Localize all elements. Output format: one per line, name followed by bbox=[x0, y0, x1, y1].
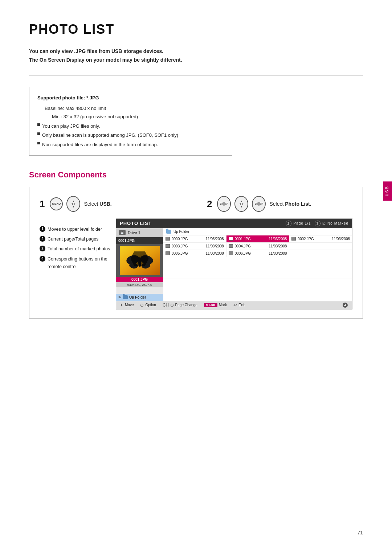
enter-button-2-icon: ENTER bbox=[252, 196, 266, 212]
file-cell-0000[interactable]: 0000.JPG 11/03/2008 bbox=[163, 235, 226, 242]
up-folder-row-label: Up Folder bbox=[173, 230, 189, 234]
file-cell-0005[interactable]: 0005.JPG 11/03/2008 bbox=[163, 250, 226, 257]
status-page-change: CH ⊙ Page Change bbox=[163, 303, 197, 308]
annotation-num-2: 2 bbox=[40, 236, 45, 242]
step-1-label: Select USB. bbox=[84, 201, 111, 207]
step-2-label: Select Photo List. bbox=[269, 201, 311, 207]
file-thumb-0005 bbox=[166, 251, 170, 255]
photo-sidebar: 💾 Drive 1 0001.JPG bbox=[116, 228, 163, 301]
file-row-1: 0000.JPG 11/03/2008 0001.JPG 11/03/2008 … bbox=[163, 235, 352, 243]
file-thumb-0000 bbox=[166, 237, 170, 241]
annotation-num-3: 3 bbox=[40, 246, 45, 251]
file-thumb-0001 bbox=[229, 237, 233, 241]
file-name-0002: 0002.JPG bbox=[298, 237, 314, 241]
file-cell-0003[interactable]: 0003.JPG 11/03/2008 bbox=[163, 243, 226, 250]
status-page-change-label: Page Change bbox=[175, 303, 197, 307]
folder-icon bbox=[123, 295, 128, 299]
photo-list-header: PHOTO LIST 2 Page 1/1 3 ☑ No Marked bbox=[116, 219, 352, 228]
photo-list-body: 💾 Drive 1 0001.JPG bbox=[116, 228, 352, 301]
file-cell-0001[interactable]: 0001.JPG 11/03/2008 bbox=[226, 235, 290, 242]
page-number-circled: 2 Page 1/1 bbox=[286, 221, 311, 226]
nav-wheel-icon: ▲ ◀ ▶ ▼ bbox=[66, 196, 80, 212]
page-number: 71 bbox=[357, 530, 363, 535]
file-cell-0006[interactable]: 0006.JPG 11/03/2008 bbox=[226, 250, 290, 257]
annotation-2: 2 Current page/Total pages bbox=[40, 235, 116, 243]
sidebar-up-folder[interactable]: ① Up Folder bbox=[116, 294, 163, 301]
info-box: Supported photo file: *.JPG Baseline: Ma… bbox=[29, 87, 232, 156]
step-2: 2 ENTER ▲ ◀ ▶ ▼ ENTER Select Photo List. bbox=[196, 196, 352, 212]
file-thumb-0003 bbox=[166, 244, 170, 248]
annotations-panel: 1 Moves to upper level folder 2 Current … bbox=[40, 218, 116, 309]
file-name-0000: 0000.JPG bbox=[172, 237, 188, 241]
step-2-number: 2 bbox=[207, 199, 212, 209]
demo-main-area: 1 Moves to upper level folder 2 Current … bbox=[40, 218, 352, 309]
info-bullet-1: You can play JPG files only. bbox=[37, 122, 224, 130]
file-date-0005: 11/03/2008 bbox=[206, 251, 224, 255]
thumb-label: 0001.JPG bbox=[116, 277, 163, 282]
usb-side-tab: USB bbox=[383, 181, 392, 201]
file-name-0004: 0004.JPG bbox=[235, 244, 251, 248]
demo-box: 1 MENU ▲ ◀ ▶ ▼ Select USB. 2 ENTER bbox=[29, 187, 363, 319]
status-option-label: Option bbox=[145, 303, 156, 307]
file-row-empty-1 bbox=[163, 257, 352, 268]
up-folder-row[interactable]: Up Folder bbox=[163, 228, 352, 235]
move-icon: ✦ bbox=[120, 303, 123, 308]
nav-wheel-2-icon: ▲ ◀ ▶ ▼ bbox=[234, 196, 248, 212]
photo-statusbar: ✦ Move ⊙ Option CH ⊙ Page Change MARK Ma… bbox=[116, 301, 352, 309]
status-mark: MARK Mark bbox=[204, 303, 227, 307]
circled-2-icon: 2 bbox=[286, 221, 291, 226]
file-cell-0002[interactable]: 0002.JPG 11/03/2008 bbox=[289, 235, 352, 242]
file-name-0001: 0001.JPG bbox=[235, 237, 251, 241]
annotation-num-4: 4 bbox=[40, 256, 45, 262]
info-line2: Min : 32 x 32 (progressive not supported… bbox=[37, 112, 224, 121]
status-option: ⊙ Option bbox=[140, 303, 156, 308]
step-1-number: 1 bbox=[40, 199, 45, 209]
file-cell-0004[interactable]: 0004.JPG 11/03/2008 bbox=[226, 243, 290, 250]
status-mark-label: Mark bbox=[219, 303, 227, 307]
exit-icon: ↩ bbox=[233, 303, 237, 308]
annotation-1: 1 Moves to upper level folder bbox=[40, 226, 116, 233]
bullet-icon bbox=[37, 123, 40, 126]
file-thumb-0002 bbox=[291, 237, 296, 241]
drive-icon: 💾 bbox=[119, 230, 126, 235]
file-grid: Up Folder 0000.JPG 11/03/2008 000 bbox=[163, 228, 352, 301]
file-date-0004: 11/03/2008 bbox=[269, 244, 287, 248]
annotation-4: 4 Corresponding buttons on the remote co… bbox=[40, 255, 116, 271]
info-line1: Baseline: Max 4800 x no limit bbox=[37, 104, 224, 112]
mark-button-icon: MARK bbox=[204, 303, 217, 307]
status-move: ✦ Move bbox=[120, 303, 134, 308]
info-box-title: Supported photo file: *.JPG bbox=[37, 94, 224, 102]
file-date-0006: 11/03/2008 bbox=[269, 251, 287, 255]
sidebar-up-folder-label: Up Folder bbox=[129, 295, 146, 299]
file-date-0001: 11/03/2008 bbox=[269, 237, 287, 241]
file-date-0000: 11/03/2008 bbox=[206, 237, 224, 241]
option-icon: ⊙ bbox=[140, 303, 144, 308]
section-title: Screen Components bbox=[29, 170, 363, 180]
file-date-0002: 11/03/2008 bbox=[332, 237, 350, 241]
steps-row: 1 MENU ▲ ◀ ▶ ▼ Select USB. 2 ENTER bbox=[40, 196, 352, 212]
file-row-empty-2 bbox=[163, 268, 352, 279]
svg-rect-0 bbox=[120, 246, 160, 275]
up-folder-marker: ① bbox=[118, 295, 121, 299]
bullet-icon bbox=[37, 132, 40, 135]
annotation-4-marker: 4 bbox=[343, 303, 348, 308]
up-folder-row-icon bbox=[166, 230, 171, 234]
thumbnail-area bbox=[116, 244, 163, 277]
status-exit: ↩ Exit bbox=[233, 303, 245, 308]
photo-list-screen: PHOTO LIST 2 Page 1/1 3 ☑ No Marked bbox=[116, 218, 352, 309]
ch-icon: CH ⊙ bbox=[163, 303, 174, 308]
drive-item: 💾 Drive 1 bbox=[116, 228, 163, 237]
file-thumb-0004 bbox=[229, 244, 233, 248]
current-file-label: 0001.JPG bbox=[116, 237, 163, 244]
file-thumb-0006 bbox=[229, 251, 233, 255]
step-1: 1 MENU ▲ ◀ ▶ ▼ Select USB. bbox=[40, 196, 196, 212]
thumb-info: 640×480, 252KB bbox=[116, 282, 163, 287]
bullet-icon bbox=[37, 142, 40, 144]
info-bullet-2: Only baseline scan is supported among JP… bbox=[37, 131, 224, 139]
annotation-4-marker-area: 4 bbox=[343, 303, 348, 308]
file-row-2: 0003.JPG 11/03/2008 0004.JPG 11/03/2008 bbox=[163, 243, 352, 250]
page-info-area: 2 Page 1/1 3 ☑ No Marked bbox=[286, 221, 348, 226]
file-date-0003: 11/03/2008 bbox=[206, 244, 224, 248]
marked-info: 3 ☑ No Marked bbox=[315, 221, 348, 226]
status-exit-label: Exit bbox=[238, 303, 245, 307]
